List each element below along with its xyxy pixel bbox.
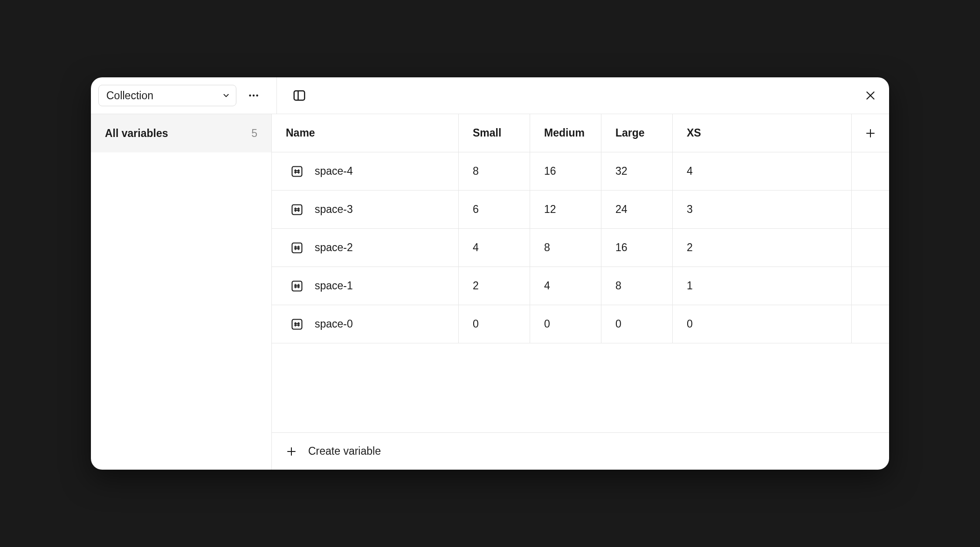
cell-xs[interactable]: 1 [673, 267, 852, 305]
more-horizontal-icon [248, 89, 260, 102]
variable-name: space-4 [315, 165, 353, 178]
sidebar-icon [292, 89, 306, 103]
number-variable-icon [290, 241, 304, 254]
table-body: space-4 8 16 32 4 space-3 6 12 24 3 spac… [272, 152, 889, 432]
cell-large[interactable]: 24 [601, 191, 673, 228]
svg-rect-9 [292, 166, 302, 176]
cell-small[interactable]: 2 [459, 267, 530, 305]
svg-point-1 [253, 95, 255, 96]
variable-name: space-3 [315, 203, 353, 216]
cell-end [852, 152, 889, 190]
column-header-large[interactable]: Large [601, 114, 673, 152]
close-button[interactable] [862, 87, 879, 104]
cell-large[interactable]: 8 [601, 267, 673, 305]
cell-xs[interactable]: 3 [673, 191, 852, 228]
main-area: Name Small Medium Large XS space-4 [272, 114, 889, 470]
number-variable-icon [290, 318, 304, 331]
cell-large[interactable]: 0 [601, 305, 673, 343]
cell-xs[interactable]: 4 [673, 152, 852, 190]
table-row[interactable]: space-0 0 0 0 0 [272, 305, 889, 343]
cell-end [852, 229, 889, 267]
add-mode-button[interactable] [852, 114, 889, 152]
table-row[interactable]: space-2 4 8 16 2 [272, 229, 889, 267]
plus-icon [865, 128, 876, 139]
cell-small[interactable]: 8 [459, 152, 530, 190]
topbar-left: Collection [91, 77, 277, 114]
number-variable-icon [290, 280, 304, 293]
svg-rect-19 [292, 243, 302, 253]
cell-xs[interactable]: 0 [673, 305, 852, 343]
create-variable-button[interactable]: Create variable [272, 432, 889, 470]
cell-name[interactable]: space-1 [272, 267, 459, 305]
cell-name[interactable]: space-0 [272, 305, 459, 343]
table-row[interactable]: space-1 2 4 8 1 [272, 267, 889, 305]
cell-medium[interactable]: 8 [530, 229, 601, 267]
cell-medium[interactable]: 12 [530, 191, 601, 228]
cell-small[interactable]: 4 [459, 229, 530, 267]
cell-large[interactable]: 16 [601, 229, 673, 267]
svg-rect-29 [292, 319, 302, 329]
cell-small[interactable]: 0 [459, 305, 530, 343]
table-header-row: Name Small Medium Large XS [272, 114, 889, 152]
create-variable-label: Create variable [308, 445, 381, 458]
svg-rect-14 [292, 205, 302, 214]
sidebar-item-all-variables[interactable]: All variables 5 [91, 114, 271, 152]
variables-panel: Collection [91, 77, 889, 470]
cell-medium[interactable]: 16 [530, 152, 601, 190]
number-variable-icon [290, 203, 304, 216]
topbar-right [277, 77, 889, 114]
toggle-sidebar-button[interactable] [291, 87, 308, 104]
column-header-name[interactable]: Name [272, 114, 459, 152]
table-row[interactable]: space-4 8 16 32 4 [272, 152, 889, 191]
cell-medium[interactable]: 0 [530, 305, 601, 343]
cell-small[interactable]: 6 [459, 191, 530, 228]
cell-name[interactable]: space-3 [272, 191, 459, 228]
panel-body: All variables 5 Name Small Medium Large … [91, 114, 889, 470]
cell-end [852, 305, 889, 343]
collection-dropdown-label: Collection [106, 89, 153, 102]
svg-rect-3 [294, 91, 305, 100]
column-header-medium[interactable]: Medium [530, 114, 601, 152]
sidebar-item-count: 5 [251, 127, 257, 140]
cell-name[interactable]: space-2 [272, 229, 459, 267]
table-row[interactable]: space-3 6 12 24 3 [272, 191, 889, 229]
sidebar-item-label: All variables [105, 127, 168, 140]
collection-dropdown[interactable]: Collection [98, 85, 236, 106]
close-icon [864, 89, 876, 102]
variable-name: space-2 [315, 241, 353, 254]
cell-xs[interactable]: 2 [673, 229, 852, 267]
cell-end [852, 191, 889, 228]
chevron-down-icon [223, 92, 229, 99]
column-header-small[interactable]: Small [459, 114, 530, 152]
variable-name: space-1 [315, 280, 353, 292]
more-options-button[interactable] [243, 85, 264, 106]
plus-icon [286, 446, 297, 457]
cell-large[interactable]: 32 [601, 152, 673, 190]
variable-name: space-0 [315, 318, 353, 330]
cell-name[interactable]: space-4 [272, 152, 459, 190]
svg-rect-24 [292, 281, 302, 291]
cell-end [852, 267, 889, 305]
column-header-xs[interactable]: XS [673, 114, 852, 152]
svg-point-0 [249, 95, 251, 96]
sidebar: All variables 5 [91, 114, 272, 470]
svg-point-2 [256, 95, 258, 96]
cell-medium[interactable]: 4 [530, 267, 601, 305]
topbar: Collection [91, 77, 889, 114]
number-variable-icon [290, 165, 304, 178]
